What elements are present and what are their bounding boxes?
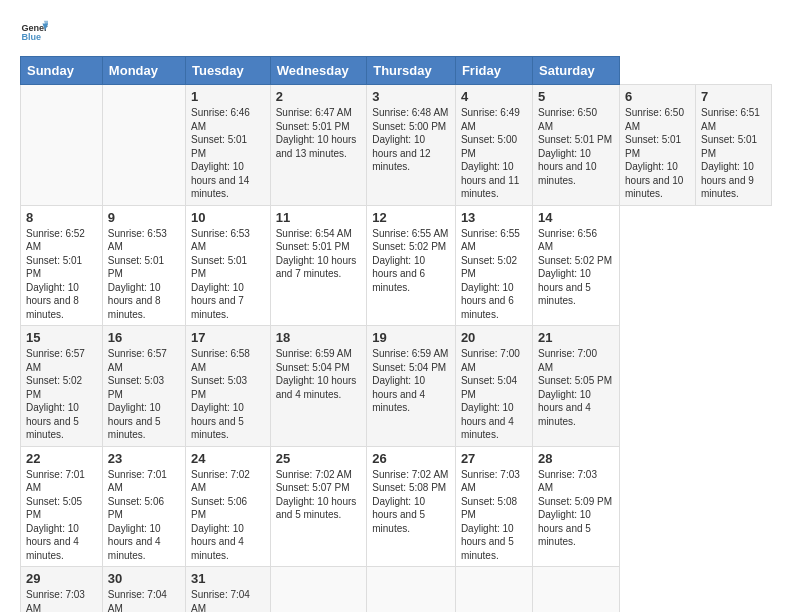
calendar-cell: 13 Sunrise: 6:55 AM Sunset: 5:02 PM Dayl… (455, 205, 532, 326)
day-info: Sunrise: 6:48 AM Sunset: 5:00 PM Dayligh… (372, 106, 450, 174)
day-info: Sunrise: 6:46 AM Sunset: 5:01 PM Dayligh… (191, 106, 265, 201)
header-monday: Monday (102, 57, 185, 85)
day-number: 15 (26, 330, 97, 345)
day-info: Sunrise: 6:50 AM Sunset: 5:01 PM Dayligh… (538, 106, 614, 187)
calendar-cell: 19 Sunrise: 6:59 AM Sunset: 5:04 PM Dayl… (367, 326, 456, 447)
day-info: Sunrise: 6:59 AM Sunset: 5:04 PM Dayligh… (276, 347, 362, 401)
calendar-cell: 6 Sunrise: 6:50 AM Sunset: 5:01 PM Dayli… (620, 85, 696, 206)
day-info: Sunrise: 6:58 AM Sunset: 5:03 PM Dayligh… (191, 347, 265, 442)
calendar-cell (270, 567, 367, 613)
calendar-week-row: 29 Sunrise: 7:03 AM Sunset: 5:10 PM Dayl… (21, 567, 772, 613)
calendar-cell: 22 Sunrise: 7:01 AM Sunset: 5:05 PM Dayl… (21, 446, 103, 567)
day-info: Sunrise: 7:01 AM Sunset: 5:06 PM Dayligh… (108, 468, 180, 563)
calendar-cell: 5 Sunrise: 6:50 AM Sunset: 5:01 PM Dayli… (533, 85, 620, 206)
calendar-cell (455, 567, 532, 613)
calendar-cell: 18 Sunrise: 6:59 AM Sunset: 5:04 PM Dayl… (270, 326, 367, 447)
day-number: 5 (538, 89, 614, 104)
day-number: 19 (372, 330, 450, 345)
calendar-week-row: 1 Sunrise: 6:46 AM Sunset: 5:01 PM Dayli… (21, 85, 772, 206)
calendar-cell: 17 Sunrise: 6:58 AM Sunset: 5:03 PM Dayl… (185, 326, 270, 447)
logo: General Blue (20, 18, 52, 46)
day-number: 22 (26, 451, 97, 466)
calendar-cell: 12 Sunrise: 6:55 AM Sunset: 5:02 PM Dayl… (367, 205, 456, 326)
calendar-cell: 1 Sunrise: 6:46 AM Sunset: 5:01 PM Dayli… (185, 85, 270, 206)
day-number: 2 (276, 89, 362, 104)
day-number: 9 (108, 210, 180, 225)
calendar-cell: 31 Sunrise: 7:04 AM Sunset: 5:11 PM Dayl… (185, 567, 270, 613)
calendar-cell: 9 Sunrise: 6:53 AM Sunset: 5:01 PM Dayli… (102, 205, 185, 326)
calendar-week-row: 15 Sunrise: 6:57 AM Sunset: 5:02 PM Dayl… (21, 326, 772, 447)
day-info: Sunrise: 7:02 AM Sunset: 5:08 PM Dayligh… (372, 468, 450, 536)
day-number: 28 (538, 451, 614, 466)
calendar-cell: 29 Sunrise: 7:03 AM Sunset: 5:10 PM Dayl… (21, 567, 103, 613)
day-number: 17 (191, 330, 265, 345)
header-thursday: Thursday (367, 57, 456, 85)
day-info: Sunrise: 6:54 AM Sunset: 5:01 PM Dayligh… (276, 227, 362, 281)
header-saturday: Saturday (533, 57, 620, 85)
calendar-cell: 10 Sunrise: 6:53 AM Sunset: 5:01 PM Dayl… (185, 205, 270, 326)
day-info: Sunrise: 6:52 AM Sunset: 5:01 PM Dayligh… (26, 227, 97, 322)
header-wednesday: Wednesday (270, 57, 367, 85)
calendar-cell: 8 Sunrise: 6:52 AM Sunset: 5:01 PM Dayli… (21, 205, 103, 326)
calendar-cell: 23 Sunrise: 7:01 AM Sunset: 5:06 PM Dayl… (102, 446, 185, 567)
day-number: 25 (276, 451, 362, 466)
day-number: 6 (625, 89, 690, 104)
calendar-cell: 21 Sunrise: 7:00 AM Sunset: 5:05 PM Dayl… (533, 326, 620, 447)
day-info: Sunrise: 6:49 AM Sunset: 5:00 PM Dayligh… (461, 106, 527, 201)
day-info: Sunrise: 6:56 AM Sunset: 5:02 PM Dayligh… (538, 227, 614, 308)
calendar-cell: 11 Sunrise: 6:54 AM Sunset: 5:01 PM Dayl… (270, 205, 367, 326)
day-info: Sunrise: 6:55 AM Sunset: 5:02 PM Dayligh… (372, 227, 450, 295)
day-number: 27 (461, 451, 527, 466)
day-number: 7 (701, 89, 766, 104)
day-info: Sunrise: 7:04 AM Sunset: 5:11 PM Dayligh… (191, 588, 265, 612)
calendar-cell: 27 Sunrise: 7:03 AM Sunset: 5:08 PM Dayl… (455, 446, 532, 567)
logo-icon: General Blue (20, 18, 48, 46)
day-info: Sunrise: 7:03 AM Sunset: 5:09 PM Dayligh… (538, 468, 614, 549)
calendar-cell (533, 567, 620, 613)
calendar-cell (21, 85, 103, 206)
calendar-cell: 24 Sunrise: 7:02 AM Sunset: 5:06 PM Dayl… (185, 446, 270, 567)
calendar-cell (367, 567, 456, 613)
day-info: Sunrise: 7:04 AM Sunset: 5:10 PM Dayligh… (108, 588, 180, 612)
day-number: 11 (276, 210, 362, 225)
day-info: Sunrise: 6:53 AM Sunset: 5:01 PM Dayligh… (108, 227, 180, 322)
day-info: Sunrise: 7:01 AM Sunset: 5:05 PM Dayligh… (26, 468, 97, 563)
header-tuesday: Tuesday (185, 57, 270, 85)
day-number: 21 (538, 330, 614, 345)
day-info: Sunrise: 7:00 AM Sunset: 5:04 PM Dayligh… (461, 347, 527, 442)
day-info: Sunrise: 6:59 AM Sunset: 5:04 PM Dayligh… (372, 347, 450, 415)
calendar-cell: 26 Sunrise: 7:02 AM Sunset: 5:08 PM Dayl… (367, 446, 456, 567)
calendar-week-row: 22 Sunrise: 7:01 AM Sunset: 5:05 PM Dayl… (21, 446, 772, 567)
day-number: 20 (461, 330, 527, 345)
calendar-week-row: 8 Sunrise: 6:52 AM Sunset: 5:01 PM Dayli… (21, 205, 772, 326)
day-info: Sunrise: 7:03 AM Sunset: 5:08 PM Dayligh… (461, 468, 527, 563)
calendar-cell: 15 Sunrise: 6:57 AM Sunset: 5:02 PM Dayl… (21, 326, 103, 447)
day-number: 14 (538, 210, 614, 225)
day-number: 3 (372, 89, 450, 104)
day-number: 26 (372, 451, 450, 466)
calendar-cell: 16 Sunrise: 6:57 AM Sunset: 5:03 PM Dayl… (102, 326, 185, 447)
day-number: 4 (461, 89, 527, 104)
day-info: Sunrise: 6:57 AM Sunset: 5:02 PM Dayligh… (26, 347, 97, 442)
day-number: 18 (276, 330, 362, 345)
calendar-cell: 30 Sunrise: 7:04 AM Sunset: 5:10 PM Dayl… (102, 567, 185, 613)
day-number: 1 (191, 89, 265, 104)
calendar-cell: 2 Sunrise: 6:47 AM Sunset: 5:01 PM Dayli… (270, 85, 367, 206)
day-info: Sunrise: 6:53 AM Sunset: 5:01 PM Dayligh… (191, 227, 265, 322)
calendar-cell (102, 85, 185, 206)
day-number: 8 (26, 210, 97, 225)
day-info: Sunrise: 7:02 AM Sunset: 5:06 PM Dayligh… (191, 468, 265, 563)
calendar-cell: 4 Sunrise: 6:49 AM Sunset: 5:00 PM Dayli… (455, 85, 532, 206)
calendar-cell: 7 Sunrise: 6:51 AM Sunset: 5:01 PM Dayli… (695, 85, 771, 206)
svg-text:Blue: Blue (21, 32, 41, 42)
header-friday: Friday (455, 57, 532, 85)
day-info: Sunrise: 7:03 AM Sunset: 5:10 PM Dayligh… (26, 588, 97, 612)
day-info: Sunrise: 6:57 AM Sunset: 5:03 PM Dayligh… (108, 347, 180, 442)
calendar-header-row: Sunday Monday Tuesday Wednesday Thursday… (21, 57, 772, 85)
day-info: Sunrise: 6:51 AM Sunset: 5:01 PM Dayligh… (701, 106, 766, 201)
calendar-cell: 3 Sunrise: 6:48 AM Sunset: 5:00 PM Dayli… (367, 85, 456, 206)
day-info: Sunrise: 6:55 AM Sunset: 5:02 PM Dayligh… (461, 227, 527, 322)
calendar-cell: 20 Sunrise: 7:00 AM Sunset: 5:04 PM Dayl… (455, 326, 532, 447)
day-number: 24 (191, 451, 265, 466)
day-number: 16 (108, 330, 180, 345)
